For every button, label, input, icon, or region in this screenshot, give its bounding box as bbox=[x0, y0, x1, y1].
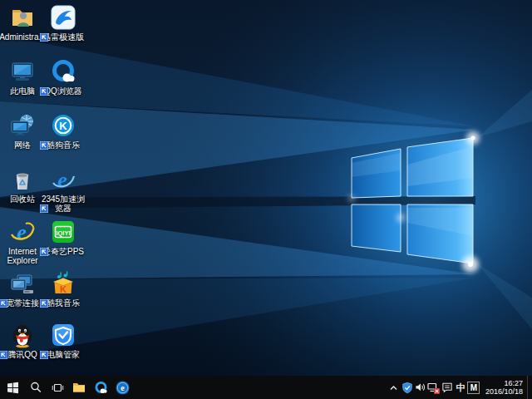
show-desktop-button[interactable] bbox=[527, 376, 532, 399]
show-hidden-icons-button[interactable] bbox=[387, 376, 401, 399]
shortcut-arrow-icon bbox=[40, 33, 48, 42]
volume-icon bbox=[415, 382, 426, 393]
taskbar-qq-browser-button[interactable] bbox=[90, 376, 111, 399]
shortcut-arrow-icon bbox=[40, 351, 48, 359]
chevron-up-icon bbox=[388, 382, 399, 393]
desktop-icon-pc-manager[interactable]: 电脑管家 bbox=[40, 322, 86, 359]
taskbar: e bbox=[0, 376, 532, 399]
svg-text:e: e bbox=[121, 383, 125, 392]
broadband-connection-icon bbox=[9, 270, 36, 297]
svg-text:e: e bbox=[17, 220, 27, 244]
desktop-icon-tencent-qq[interactable]: 腾讯QQ bbox=[0, 322, 46, 359]
windows-logo-icon bbox=[7, 382, 19, 394]
task-view-icon bbox=[52, 382, 64, 393]
ime-mode-label: 中 bbox=[456, 376, 465, 399]
clock-time: 16:27 bbox=[485, 379, 523, 387]
icon-label: Internet Explorer bbox=[0, 247, 46, 265]
kuwo-music-icon: K bbox=[50, 270, 76, 297]
ime-letter-label: M bbox=[467, 382, 480, 394]
2345-browser-icon: e bbox=[116, 381, 130, 395]
taskbar-2345-browser-button[interactable]: e bbox=[111, 376, 133, 399]
shortcut-arrow-icon bbox=[0, 299, 7, 308]
qq-browser-icon bbox=[94, 381, 108, 395]
shield-icon bbox=[401, 382, 413, 394]
icon-label: 网络 bbox=[0, 140, 46, 150]
ime-language-indicator[interactable]: 中 bbox=[454, 376, 467, 399]
icon-label: Administra... bbox=[0, 32, 46, 42]
svg-text:e: e bbox=[57, 168, 67, 192]
desktop-icon-network[interactable]: 网络 bbox=[0, 112, 46, 150]
shortcut-arrow-icon bbox=[40, 299, 48, 308]
ime-input-method-button[interactable]: M bbox=[467, 376, 480, 399]
svg-text:iQIYI: iQIYI bbox=[56, 229, 70, 237]
start-button[interactable] bbox=[0, 376, 25, 399]
search-icon bbox=[30, 382, 42, 393]
shortcut-arrow-icon bbox=[40, 141, 48, 150]
svg-text:K: K bbox=[60, 284, 66, 294]
iqiyi-pps-icon: iQIYI bbox=[50, 219, 76, 245]
administrator-folder-icon bbox=[9, 4, 36, 31]
tray-pc-manager-button[interactable] bbox=[401, 376, 414, 399]
search-button[interactable] bbox=[25, 376, 47, 399]
kugou-music-icon: K bbox=[50, 112, 76, 139]
clock-date: 2016/10/18 bbox=[485, 387, 523, 396]
desktop-icon-this-pc[interactable]: 此电脑 bbox=[0, 58, 46, 96]
this-pc-icon bbox=[9, 58, 36, 85]
network-disconnected-icon bbox=[427, 382, 440, 394]
shortcut-arrow-icon bbox=[40, 87, 48, 96]
network-icon bbox=[9, 112, 36, 139]
folder-icon bbox=[72, 382, 86, 393]
desktop-icon-iqiyi[interactable]: iQIYI 爱奇艺PPS bbox=[40, 219, 86, 256]
system-tray: 中 M 16:27 2016/10/18 bbox=[387, 376, 532, 399]
internet-explorer-icon: e bbox=[9, 219, 36, 245]
pc-manager-shield-icon bbox=[50, 322, 76, 348]
tray-volume-button[interactable] bbox=[414, 376, 427, 399]
file-explorer-button[interactable] bbox=[68, 376, 90, 399]
desktop-icon-internet-explorer[interactable]: e Internet Explorer bbox=[0, 219, 46, 265]
tray-network-button[interactable] bbox=[427, 376, 441, 399]
task-view-button[interactable] bbox=[47, 376, 68, 399]
desktop-icon-administrator[interactable]: Administra... bbox=[0, 4, 46, 42]
shortcut-arrow-icon bbox=[40, 204, 48, 213]
qq-browser-icon bbox=[50, 58, 76, 85]
desktop-icon-2345-browser[interactable]: e 2345加速浏览器 bbox=[40, 166, 86, 213]
taskbar-clock[interactable]: 16:27 2016/10/18 bbox=[485, 379, 523, 396]
action-center-button[interactable] bbox=[441, 376, 454, 399]
desktop-icon-recycle-bin[interactable]: 回收站 bbox=[0, 166, 46, 204]
desktop: Administra... 此电脑 网络 bbox=[0, 0, 532, 376]
thunder-bird-icon bbox=[50, 4, 76, 31]
icon-label: 回收站 bbox=[0, 195, 46, 204]
shortcut-arrow-icon bbox=[0, 351, 7, 359]
desktop-icon-kugou[interactable]: K 酷狗音乐 bbox=[40, 112, 86, 150]
icon-label: 此电脑 bbox=[0, 86, 46, 96]
action-center-icon bbox=[441, 382, 453, 393]
recycle-bin-icon bbox=[9, 166, 36, 193]
2345-browser-icon: e bbox=[50, 166, 76, 193]
svg-text:K: K bbox=[59, 120, 67, 132]
desktop-icon-broadband[interactable]: 宽带连接 bbox=[0, 270, 46, 308]
desktop-icon-thunder[interactable]: 迅雷极速版 bbox=[40, 4, 86, 42]
desktop-icon-qq-browser[interactable]: QQ浏览器 bbox=[40, 58, 86, 96]
shortcut-arrow-icon bbox=[40, 248, 48, 256]
desktop-icon-kuwo[interactable]: K 酷我音乐 bbox=[40, 270, 86, 308]
qq-penguin-icon bbox=[9, 322, 36, 348]
